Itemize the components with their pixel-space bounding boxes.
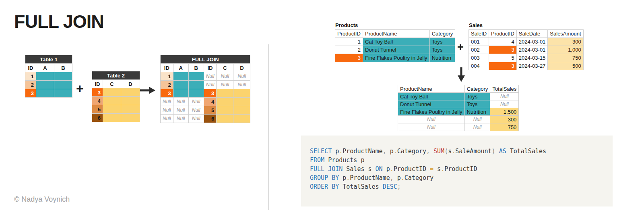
- table-cell: 750: [490, 123, 519, 131]
- table-cell: 300: [548, 38, 583, 46]
- table-cell: [217, 106, 233, 115]
- table-cell: [217, 89, 233, 98]
- sql-code-line: SELECT p.ProductName, p.Category, SUM(s.…: [310, 147, 613, 156]
- table-row: 1Cat Toy BallToys: [335, 38, 455, 46]
- table-row: 00142024-03-01300: [469, 38, 584, 46]
- table-cell: 3: [204, 89, 217, 98]
- table-cell: Null: [204, 81, 217, 89]
- arrow-down-icon: [457, 67, 466, 82]
- table-cell: [36, 81, 54, 89]
- table-cell: Toys: [429, 46, 455, 54]
- table-cell: Null: [188, 106, 204, 115]
- table-cell: 1: [25, 72, 36, 81]
- plus-icon: +: [76, 82, 84, 95]
- table-cell: 3: [92, 88, 103, 97]
- table-cell: 2: [25, 81, 36, 89]
- table-header-cell: D: [121, 80, 140, 88]
- table-cell: [54, 89, 72, 98]
- table-cell: [36, 72, 54, 81]
- table-cell: Null: [398, 116, 465, 123]
- table-cell: 4: [204, 98, 217, 106]
- sql-code-line: FROM Products p: [310, 156, 613, 165]
- table-cell: [54, 72, 72, 81]
- table-row: 2Donut TunnelToys: [335, 46, 455, 54]
- table-cell: Null: [464, 123, 490, 131]
- table-cell: Null: [490, 100, 519, 108]
- table-cell: 3: [489, 62, 517, 70]
- table-cell: 2: [335, 46, 363, 54]
- table-header-cell: ID: [161, 64, 173, 72]
- full-join-result-diagram: FULL JOINIDABIDCD1NullNullNull2NullNullN…: [160, 55, 250, 123]
- sql-code-line: GROUP BY p.ProductName, p.Category: [310, 173, 613, 182]
- table-cell: 1,500: [490, 108, 519, 116]
- table-row: NullNullNull5: [161, 106, 250, 115]
- table-row: Fine Flakes Poultry in JellyNutrition1,5…: [398, 108, 519, 116]
- table-cell: 6: [204, 115, 217, 123]
- table-cell: Null: [188, 98, 204, 106]
- table-cell: 4: [489, 38, 517, 46]
- table-cell: 3: [25, 89, 36, 98]
- table-header-cell: ID: [204, 64, 217, 72]
- table-row: 1: [25, 72, 72, 81]
- table-cell: Fine Flakes Poultry in Jelly: [398, 108, 465, 116]
- table-cell: 500: [548, 62, 583, 70]
- table-cell: [173, 81, 188, 89]
- table-row: 00432024-03-27500: [469, 62, 584, 70]
- table-cell: 750: [548, 54, 583, 62]
- table-cell: 2024-03-01: [516, 46, 548, 54]
- table-row: NullNull300: [398, 116, 519, 123]
- table-header-cell: D: [233, 64, 250, 72]
- table-cell: Donut Tunnel: [398, 100, 465, 108]
- table-cell: 5: [92, 105, 103, 114]
- table-row: NullNullNull6: [161, 115, 250, 123]
- slide-canvas: FULL JOIN Table 1IDAB123 + Table 2IDCD34…: [0, 0, 644, 219]
- table-cell: Null: [204, 72, 217, 81]
- table-title-bar: Table 2: [92, 71, 140, 80]
- table-cell: 3: [335, 54, 363, 62]
- sales-table-label: Sales: [469, 22, 483, 28]
- table-cell: 2: [161, 81, 173, 89]
- table-row: 33: [161, 89, 250, 98]
- table-cell: Donut Tunnel: [363, 46, 430, 54]
- table-cell: Null: [398, 123, 465, 131]
- table-cell: [188, 81, 204, 89]
- table-header-cell: SalesAmount: [548, 30, 583, 38]
- table-row: 1NullNullNull: [161, 72, 250, 81]
- table-row: 3: [25, 89, 72, 98]
- table-row: 00232024-03-011,000: [469, 46, 584, 54]
- table-row: Donut TunnelToysNull: [398, 100, 519, 108]
- table-header-cell: C: [103, 80, 121, 88]
- table-cell: 6: [92, 114, 103, 122]
- table-cell: Null: [161, 98, 173, 106]
- table-header-cell: C: [217, 64, 233, 72]
- table-row: 3Fine Flakes Poultry in JellyNutrition: [335, 54, 455, 62]
- table-cell: [233, 89, 250, 98]
- table-cell: Nutrition: [429, 54, 455, 62]
- table-header-cell: Category: [429, 30, 455, 38]
- table-cell: 1: [335, 38, 363, 46]
- table-cell: [103, 105, 121, 114]
- table-cell: Fine Flakes Poultry in Jelly: [363, 54, 430, 62]
- table-cell: Null: [161, 115, 173, 123]
- table1-diagram: Table 1IDAB123: [25, 55, 72, 98]
- sales-table: SaleIDProductIDSaleDateSalesAmount001420…: [469, 29, 584, 70]
- table-cell: 1: [161, 72, 173, 81]
- table-cell: 1,000: [548, 46, 583, 54]
- table-header-cell: A: [36, 64, 54, 72]
- table2-diagram: Table 2IDCD3456: [92, 71, 140, 122]
- table-cell: 002: [469, 46, 489, 54]
- table-header-cell: ProductName: [363, 30, 430, 38]
- table-row: 00352024-03-15750: [469, 54, 584, 62]
- copyright-text: © Nadya Voynich: [14, 195, 70, 204]
- table-cell: [103, 88, 121, 97]
- sql-code-line: ORDER BY TotalSales DESC;: [310, 182, 613, 191]
- table-cell: [233, 98, 250, 106]
- table-cell: 2024-03-27: [516, 62, 548, 70]
- table-cell: Null: [217, 81, 233, 89]
- table-cell: Null: [217, 72, 233, 81]
- table-row: 6: [92, 114, 140, 122]
- page-title: FULL JOIN: [14, 11, 104, 32]
- table-cell: [36, 89, 54, 98]
- sql-code-line: FULL JOIN Sales s ON p.ProductID = s.Pro…: [310, 165, 613, 173]
- table-cell: [233, 115, 250, 123]
